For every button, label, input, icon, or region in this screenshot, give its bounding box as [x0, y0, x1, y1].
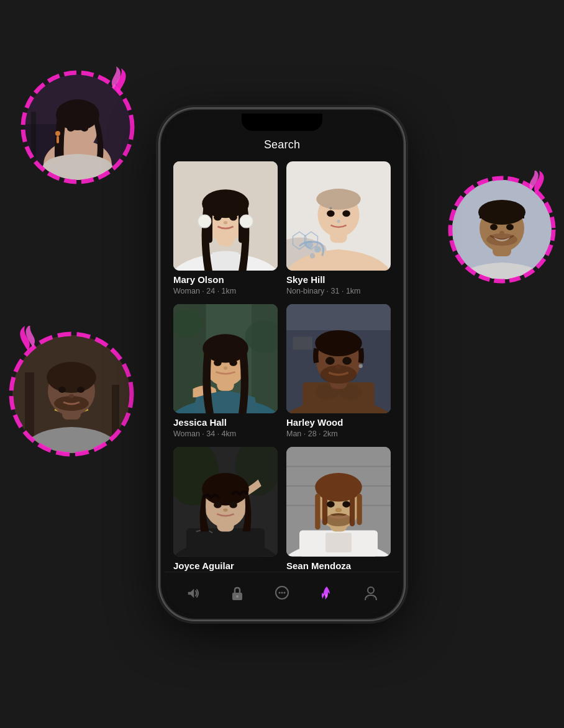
svg-point-56 [342, 210, 350, 216]
svg-point-113 [335, 508, 342, 512]
card-skye-hill[interactable]: Skye Hill Non-binary · 31 · 1km [286, 161, 391, 295]
svg-point-94 [229, 501, 237, 508]
flame-ring-top-left [16, 65, 140, 189]
svg-rect-89 [186, 529, 265, 557]
svg-point-43 [240, 215, 253, 228]
card-image-sean-mendoza [286, 447, 391, 556]
card-name-harley-wood: Harley Wood [286, 417, 391, 428]
svg-point-93 [214, 501, 222, 508]
svg-point-119 [283, 592, 285, 594]
announcements-icon [186, 586, 201, 601]
svg-point-105 [315, 473, 362, 501]
svg-rect-109 [357, 494, 362, 525]
svg-point-79 [315, 330, 362, 356]
notch [242, 114, 322, 131]
svg-point-81 [325, 357, 335, 365]
svg-point-42 [198, 215, 211, 228]
nav-flame-active[interactable] [304, 572, 349, 615]
card-image-jessica-hall [173, 304, 278, 413]
svg-point-82 [342, 357, 352, 365]
photo-jessica-hall [173, 304, 278, 413]
floating-avatar-top-left[interactable] [25, 74, 130, 180]
profile-icon [364, 585, 378, 601]
svg-point-54 [329, 207, 332, 209]
photo-harley-wood [286, 304, 391, 413]
card-jessica-hall[interactable]: Jessica Hall Woman · 34 · 4km [173, 304, 278, 438]
svg-point-118 [281, 592, 283, 594]
card-meta-jessica-hall: Woman · 34 · 4km [173, 429, 278, 438]
photo-sean-mendoza [286, 447, 391, 556]
card-sean-mendoza[interactable]: Sean Mendoza Man · 27 · 3km [286, 447, 391, 571]
card-meta-harley-wood: Man · 28 · 2km [286, 429, 391, 438]
svg-point-111 [327, 501, 335, 507]
bottom-navigation [165, 572, 399, 615]
svg-point-55 [327, 210, 335, 216]
svg-point-44 [214, 214, 222, 220]
floating-avatar-right[interactable] [452, 180, 552, 279]
flame-active-icon [320, 585, 334, 601]
card-name-sean-mendoza: Sean Mendoza [286, 560, 391, 572]
nav-profile[interactable] [348, 572, 393, 615]
svg-point-50 [310, 253, 315, 258]
svg-point-45 [229, 214, 237, 220]
card-name-mary-olson: Mary Olson [173, 274, 278, 285]
flame-ring-right [443, 171, 561, 289]
svg-point-112 [342, 501, 350, 507]
scene: Search [0, 0, 564, 728]
photo-mary-olson [173, 161, 278, 271]
screen-title: Search [264, 138, 300, 151]
card-mary-olson[interactable]: Mary Olson Woman · 24 · 1km [173, 161, 278, 295]
flame-ring-bottom-left [3, 326, 140, 462]
lock-icon [230, 586, 244, 601]
phone-frame: Search [161, 110, 403, 619]
svg-point-117 [278, 592, 280, 594]
svg-point-0 [23, 73, 132, 182]
card-meta-skye-hill: Non-binary · 31 · 1km [286, 287, 391, 295]
floating-avatar-bottom-left[interactable] [12, 335, 130, 453]
card-joyce-aguilar[interactable]: Joyce Aguilar Woman · 19 · 1km [173, 447, 278, 571]
nav-lock[interactable] [216, 572, 260, 615]
svg-point-84 [335, 364, 342, 369]
svg-point-115 [236, 595, 239, 598]
card-name-joyce-aguilar: Joyce Aguilar [173, 560, 278, 572]
svg-point-12 [11, 334, 132, 454]
svg-rect-73 [293, 336, 312, 349]
card-image-mary-olson [173, 161, 278, 271]
svg-point-69 [224, 366, 227, 369]
card-name-skye-hill: Skye Hill [286, 274, 391, 285]
card-image-skye-hill [286, 161, 391, 271]
svg-point-67 [214, 359, 222, 366]
card-meta-mary-olson: Woman · 24 · 1km [173, 287, 278, 295]
chat-icon [274, 586, 290, 601]
card-harley-wood[interactable]: Harley Wood Man · 28 · 2km [286, 304, 391, 438]
card-name-jessica-hall: Jessica Hall [173, 417, 278, 428]
phone-screen: Search [165, 114, 399, 615]
svg-point-68 [229, 359, 237, 366]
svg-point-92 [202, 473, 249, 505]
photo-joyce-aguilar [173, 447, 278, 556]
svg-point-53 [316, 189, 360, 210]
phone-bezel: Search [165, 114, 399, 615]
svg-point-95 [223, 509, 227, 512]
svg-rect-102 [325, 533, 352, 552]
search-grid: Mary Olson Woman · 24 · 1km [165, 159, 399, 572]
photo-skye-hill [286, 161, 391, 271]
svg-point-57 [337, 219, 340, 222]
card-image-harley-wood [286, 304, 391, 413]
svg-point-120 [368, 587, 374, 593]
svg-rect-106 [315, 494, 320, 530]
svg-point-49 [314, 246, 321, 252]
card-image-joyce-aguilar [173, 447, 278, 556]
nav-chat[interactable] [260, 572, 304, 615]
svg-point-24 [450, 178, 553, 281]
svg-point-46 [224, 221, 227, 224]
svg-point-80 [359, 364, 363, 367]
nav-announcements[interactable] [171, 572, 216, 615]
